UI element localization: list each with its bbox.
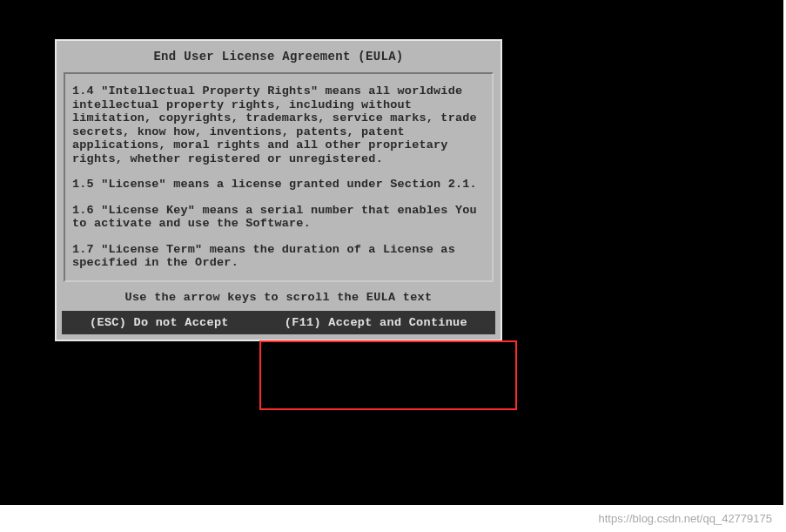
- dialog-title: End User License Agreement (EULA): [58, 43, 499, 72]
- eula-section: 1.4 "Intellectual Property Rights" means…: [72, 84, 485, 165]
- decline-button[interactable]: (ESC) Do not Accept: [90, 316, 229, 329]
- watermark: https://blog.csdn.net/qq_42779175: [599, 512, 773, 525]
- annotation-highlight: [259, 340, 517, 410]
- eula-section: 1.7 "License Term" means the duration of…: [72, 243, 485, 270]
- eula-section: 1.6 "License Key" means a serial number …: [72, 204, 485, 231]
- eula-text-box[interactable]: 1.4 "Intellectual Property Rights" means…: [64, 72, 494, 282]
- scroll-hint: Use the arrow keys to scroll the EULA te…: [58, 282, 499, 311]
- button-bar: (ESC) Do not Accept (F11) Accept and Con…: [62, 311, 495, 334]
- eula-dialog: End User License Agreement (EULA) 1.4 "I…: [55, 39, 502, 341]
- accept-button[interactable]: (F11) Accept and Continue: [285, 316, 467, 329]
- eula-section: 1.5 "License" means a license granted un…: [72, 178, 485, 192]
- terminal-screen: End User License Agreement (EULA) 1.4 "I…: [0, 0, 783, 505]
